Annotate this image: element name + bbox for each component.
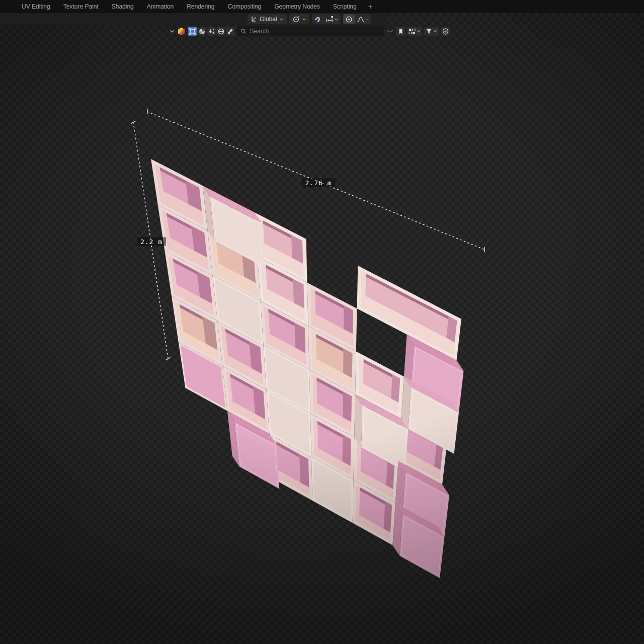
chevron-down-icon[interactable]	[169, 28, 175, 34]
viewport-header: Global	[0, 13, 386, 25]
proportional-editing-toggle[interactable]	[343, 14, 355, 24]
viewport-3d[interactable]: 2.76 m 2.2 m	[0, 13, 644, 644]
world-icon	[218, 28, 224, 35]
workspace-tabs: UV EditingTexture PaintShadingAnimationR…	[0, 0, 363, 13]
falloff-curve-icon	[357, 16, 365, 23]
orientation-label: Global	[260, 16, 277, 23]
snapping-controls	[312, 14, 341, 24]
proportional-editing-icon	[345, 16, 353, 23]
dimension-label-width: 2.76 m	[302, 179, 336, 187]
chevron-down-icon	[334, 17, 339, 22]
chevron-down-icon	[433, 29, 437, 33]
overlay-filter-toggles	[188, 27, 235, 36]
chevron-down-icon	[365, 17, 369, 22]
box-face	[344, 305, 353, 334]
model-cubby-wall	[0, 0, 644, 644]
workspace-tab-animation[interactable]: Animation	[140, 0, 180, 13]
chevron-down-icon	[417, 29, 421, 33]
blender-window: UV EditingTexture PaintShadingAnimationR…	[0, 0, 644, 644]
falloff-dropdown[interactable]	[355, 14, 371, 24]
workspace-tab-shading[interactable]: Shading	[105, 0, 140, 13]
workspace-tab-texture-paint[interactable]: Texture Paint	[57, 0, 105, 13]
pie-sphere-icon	[199, 28, 205, 35]
box-face	[312, 332, 316, 370]
brush-icon	[227, 28, 234, 35]
filter-icon	[426, 28, 432, 35]
pivot-point-icon	[292, 16, 300, 23]
snap-target-dropdown[interactable]	[324, 14, 341, 24]
proportional-edit-controls	[343, 14, 371, 24]
shield-check-button[interactable]	[441, 27, 450, 36]
bookmark-button[interactable]	[396, 27, 405, 36]
frame-select-icon	[189, 28, 196, 35]
pie-sphere-toggle[interactable]	[197, 27, 206, 36]
fluid-toggle[interactable]	[207, 27, 216, 36]
search-field[interactable]	[237, 26, 384, 36]
chevron-down-icon	[302, 17, 306, 22]
snap-target-icon	[326, 16, 334, 23]
fluid-icon	[208, 28, 215, 35]
box-face	[343, 391, 352, 422]
box-face	[299, 454, 309, 488]
snap-toggle[interactable]	[312, 14, 324, 24]
search-input[interactable]	[249, 27, 380, 35]
box-face	[313, 375, 317, 414]
material-sphere-icon[interactable]	[177, 27, 186, 36]
transform-orientation-dropdown[interactable]: Global	[248, 14, 287, 24]
frame-select-toggle[interactable]	[188, 27, 197, 36]
workspace-tab-geometry-nodes[interactable]: Geometry Nodes	[268, 0, 327, 13]
collapse-arc-icon[interactable]	[386, 28, 394, 35]
snap-magnet-icon	[314, 16, 321, 23]
bookmark-icon	[397, 28, 404, 35]
add-workspace-button[interactable]: +	[363, 0, 377, 13]
display-mode-icon	[409, 28, 416, 35]
workspace-tab-rendering[interactable]: Rendering	[180, 0, 221, 13]
box-face	[311, 288, 316, 327]
dimension-label-height: 2.2 m	[137, 237, 166, 246]
workspace-tab-uv-editing[interactable]: UV Editing	[15, 0, 57, 13]
filter-dropdown[interactable]	[424, 27, 439, 36]
workspace-tab-scripting[interactable]: Scripting	[327, 0, 363, 13]
pivot-point-dropdown[interactable]	[289, 14, 309, 24]
workspace-tabs-bar: UV EditingTexture PaintShadingAnimationR…	[0, 0, 644, 13]
workspace-tab-compositing[interactable]: Compositing	[221, 0, 268, 13]
box-face	[343, 435, 351, 466]
box-face	[343, 349, 352, 378]
display-mode-dropdown[interactable]	[407, 27, 422, 36]
shield-check-icon	[442, 28, 449, 35]
transform-orientation-icon	[251, 16, 258, 23]
transform-snap-controls: Global	[248, 14, 371, 24]
brush-toggle[interactable]	[226, 27, 235, 36]
world-toggle[interactable]	[216, 27, 225, 36]
search-icon	[240, 28, 246, 34]
overlay-toolbar	[169, 26, 450, 37]
box-face	[391, 374, 400, 403]
chevron-down-icon	[279, 17, 284, 22]
